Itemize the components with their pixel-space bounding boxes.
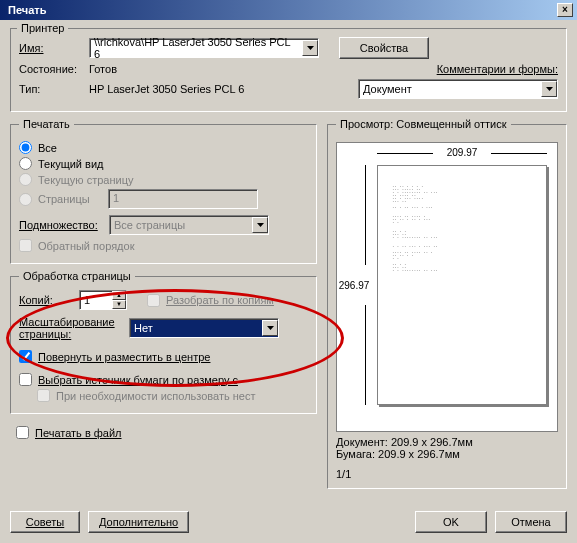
page-handling-group: Обработка страницы Копий: 1 ▲▼ Разобрать… <box>10 270 317 414</box>
scaling-label: Масштабирование страницы: <box>19 316 129 340</box>
source-checkbox[interactable] <box>19 373 32 386</box>
comments-select[interactable]: Документ <box>358 79 558 99</box>
pages-input: 1 <box>108 189 258 209</box>
subset-select: Все страницы <box>109 215 269 235</box>
current-page-label: Текущую страницу <box>38 174 133 186</box>
source-label: Выбрать источник бумаги по размеру с <box>38 374 238 386</box>
status-value: Готов <box>89 63 117 75</box>
status-label: Состояние: <box>19 63 89 75</box>
properties-button[interactable]: Свойства <box>339 37 429 59</box>
necessity-checkbox <box>37 389 50 402</box>
chevron-down-icon <box>302 40 318 56</box>
chevron-down-icon <box>541 81 557 97</box>
preview-legend: Просмотр: Совмещенный оттиск <box>336 118 511 130</box>
spin-down-icon[interactable]: ▼ <box>112 300 126 309</box>
rotate-label: Повернуть и разместить в центре <box>38 351 210 363</box>
paper-size: Бумага: 209.9 x 296.7мм <box>336 448 558 460</box>
current-view-label: Текущий вид <box>38 158 103 170</box>
print-to-file-checkbox[interactable] <box>16 426 29 439</box>
rotate-checkbox[interactable] <box>19 350 32 363</box>
print-range-legend: Печатать <box>19 118 74 130</box>
preview-width: 209.97 <box>377 147 547 158</box>
scaling-value: Нет <box>130 322 262 334</box>
printer-value: \\richkova\HP LaserJet 3050 Series PCL 6 <box>90 36 302 60</box>
copies-spinner[interactable]: 1 ▲▼ <box>79 290 127 310</box>
printer-group: Принтер Имя: \\richkova\HP LaserJet 3050… <box>10 28 567 112</box>
print-to-file-label: Печатать в файл <box>35 427 122 439</box>
copies-value: 1 <box>80 294 112 306</box>
pages-label: Страницы <box>38 193 108 205</box>
titlebar: Печать × <box>0 0 577 20</box>
radio-current-page <box>19 173 32 186</box>
doc-size: Документ: 209.9 x 296.7мм <box>336 436 558 448</box>
spin-up-icon[interactable]: ▲ <box>112 291 126 300</box>
copies-label: Копий: <box>19 294 79 306</box>
comments-label: Комментарии и формы: <box>437 63 558 75</box>
chevron-down-icon <box>262 320 278 336</box>
comments-value: Документ <box>359 83 541 95</box>
printer-select[interactable]: \\richkova\HP LaserJet 3050 Series PCL 6 <box>89 38 319 58</box>
preview-height: 296.97 <box>339 165 369 405</box>
page-indicator: 1/1 <box>336 468 558 480</box>
subset-label: Подмножество: <box>19 219 109 231</box>
name-label: Имя: <box>19 42 89 54</box>
reverse-label: Обратный порядок <box>38 240 134 252</box>
close-button[interactable]: × <box>557 3 573 17</box>
radio-pages <box>19 193 32 206</box>
all-label: Все <box>38 142 57 154</box>
collate-label: Разобрать по копиям <box>166 294 274 306</box>
subset-value: Все страницы <box>110 219 252 231</box>
printer-legend: Принтер <box>17 22 68 34</box>
chevron-down-icon <box>252 217 268 233</box>
cancel-button[interactable]: Отмена <box>495 511 567 533</box>
necessity-label: При необходимости использовать нест <box>56 390 256 402</box>
type-label: Тип: <box>19 83 89 95</box>
ok-button[interactable]: OK <box>415 511 487 533</box>
reverse-checkbox <box>19 239 32 252</box>
radio-current-view[interactable] <box>19 157 32 170</box>
page-handling-legend: Обработка страницы <box>19 270 135 282</box>
print-range-group: Печатать Все Текущий вид Текущую страниц… <box>10 118 317 264</box>
advanced-button[interactable]: Дополнительно <box>88 511 189 533</box>
collate-checkbox <box>147 294 160 307</box>
type-value: HP LaserJet 3050 Series PCL 6 <box>89 83 244 95</box>
tips-button[interactable]: Советы <box>10 511 80 533</box>
radio-all[interactable] <box>19 141 32 154</box>
window-title: Печать <box>4 4 557 16</box>
scaling-select[interactable]: Нет <box>129 318 279 338</box>
preview-canvas: 209.97 296.97 .. .. . . . .... ..... ...… <box>336 142 558 432</box>
preview-group: Просмотр: Совмещенный оттиск 209.97 296.… <box>327 118 567 489</box>
preview-page: .. .. . . . .... ..... ... . ........ ..… <box>377 165 547 405</box>
